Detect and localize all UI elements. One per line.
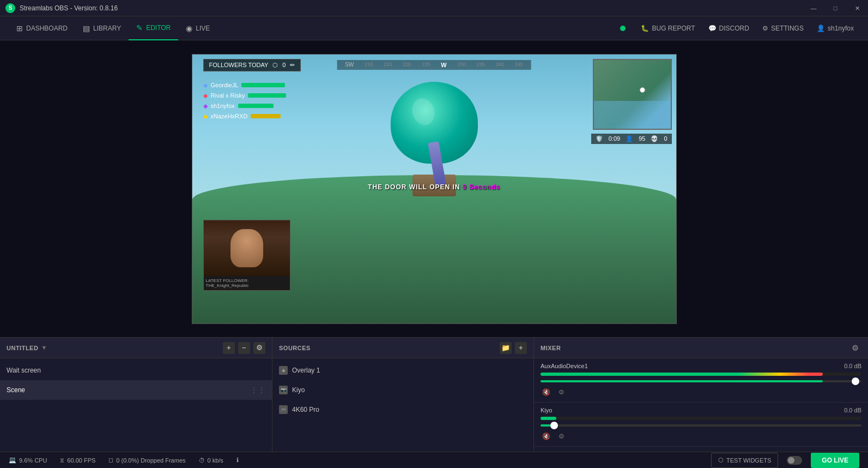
mixer-title: MIXER <box>541 345 561 351</box>
aux-slider-track[interactable] <box>541 380 861 382</box>
bug-report-button[interactable]: 🐛 BUG REPORT <box>635 16 700 40</box>
webcam-overlay: LATEST FOLLOWER: THE_Knight_Republic <box>203 220 290 291</box>
edit-icon: ✏ <box>290 62 295 69</box>
drag-handle-icon: ⋮⋮ <box>250 386 265 394</box>
lb-bullet-1: ◆ <box>203 82 208 89</box>
sources-title: SOURCES <box>279 345 311 351</box>
webcam-video <box>204 220 290 276</box>
followers-count: 0 <box>282 62 286 68</box>
source-name-overlay: Overlay 1 <box>292 367 320 374</box>
close-button[interactable]: ✕ <box>846 0 868 16</box>
kiyo-slider-track[interactable] <box>541 424 861 427</box>
aux-slider-thumb[interactable] <box>852 377 859 385</box>
lb-bar-1 <box>241 83 285 87</box>
sources-add-button[interactable]: + <box>515 342 527 354</box>
user-profile[interactable]: 👤 sh1nyfox <box>811 16 859 40</box>
compass-225: 225 <box>422 62 430 68</box>
cpu-value: 9.6% CPU <box>19 457 47 464</box>
aux-controls: 🔇 ⚙ <box>541 387 861 398</box>
balloon-glare <box>408 95 438 128</box>
dropped-frames-value: 0 (0.0%) Dropped Frames <box>116 457 185 464</box>
bug-report-label: BUG REPORT <box>652 25 695 32</box>
settings-button[interactable]: ⚙ SETTINGS <box>757 16 809 40</box>
test-widgets-button[interactable]: ⬡ TEST WIDGETS <box>711 453 778 468</box>
nav-live[interactable]: ◉ LIVE <box>178 16 217 40</box>
test-widgets-label: TEST WIDGETS <box>726 457 771 464</box>
scenes-panel-header: UNTITLED ▾ + − ⚙ <box>0 338 272 358</box>
go-live-button[interactable]: GO LIVE <box>811 453 859 468</box>
door-timer: 9 Seconds <box>463 183 500 191</box>
webcam-follower-label: LATEST FOLLOWER: THE_Knight_Republic <box>206 278 288 288</box>
source-item-4k60[interactable]: 🎮 4K60 Pro <box>272 400 533 419</box>
live-toggle[interactable] <box>787 456 802 465</box>
statusbar: 💻 9.6% CPU ⧖ 60.00 FPS ◻ 0 (0.0%) Droppe… <box>0 452 868 468</box>
leaderboard: ◆ GeordieJL ◆ Rival x Risky ◆ sh1nyfox ◆… <box>203 82 287 120</box>
cpu-status: 💻 9.6% CPU <box>9 457 47 464</box>
sources-panel-header: SOURCES 📁 + <box>272 338 533 358</box>
aux-slider-fill <box>541 380 823 382</box>
kiyo-config-button[interactable]: ⚙ <box>556 431 567 442</box>
info-button[interactable]: ℹ <box>236 457 239 464</box>
scene-item-waitscreen[interactable]: Wait screen <box>0 361 272 380</box>
sources-folder-button[interactable]: 📁 <box>500 342 512 354</box>
titlebar: S Streamlabs OBS - Version: 0.8.16 — □ ✕ <box>0 0 868 16</box>
camera-icon: 📷 <box>279 386 288 394</box>
minimize-button[interactable]: — <box>803 0 824 16</box>
live-label: LIVE <box>196 25 210 32</box>
game-preview[interactable]: FOLLOWERS TODAY ⬡ 0 ✏ ◆ GeordieJL ◆ Riva… <box>192 54 677 324</box>
list-item: ◆ sh1nyfox <box>203 103 287 110</box>
source-name-4k60: 4K60 Pro <box>292 406 319 413</box>
fps-value: 60.00 FPS <box>67 457 95 464</box>
maximize-button[interactable]: □ <box>824 0 846 16</box>
overlay-icon: ◈ <box>279 366 288 375</box>
scenes-remove-button[interactable]: − <box>238 342 250 354</box>
info-icon: ℹ <box>236 457 239 464</box>
window-controls: — □ ✕ <box>803 0 868 16</box>
lb-name-4: xNazeHxRXD <box>211 113 248 119</box>
game-stats: 🛡️ 0:09 👤 95 💀 0 <box>591 134 672 144</box>
navbar: ⊞ DASHBOARD ▤ LIBRARY ✎ EDITOR ◉ LIVE 🐛 … <box>0 16 868 40</box>
settings-label: SETTINGS <box>771 25 804 32</box>
kiyo-controls: 🔇 ⚙ <box>541 431 861 442</box>
scenes-title: UNTITLED <box>7 345 38 351</box>
library-label: LIBRARY <box>93 25 121 32</box>
live-status[interactable] <box>615 16 633 40</box>
fps-status: ⧖ 60.00 FPS <box>60 457 95 464</box>
bug-icon: 🐛 <box>641 25 649 32</box>
aux-mute-button[interactable]: 🔇 <box>541 387 551 398</box>
kiyo-mute-button[interactable]: 🔇 <box>541 431 551 442</box>
mixer-channel-name-kiyo: Kiyo <box>541 407 844 413</box>
bandwidth-icon: ⏱ <box>199 457 205 464</box>
capture-icon: 🎮 <box>279 405 288 414</box>
source-item-kiyo[interactable]: 📷 Kiyo <box>272 380 533 400</box>
nav-editor[interactable]: ✎ EDITOR <box>129 16 178 40</box>
lb-bullet-4: ◆ <box>203 113 208 120</box>
go-live-label: GO LIVE <box>822 457 848 464</box>
kiyo-slider-thumb[interactable] <box>550 422 558 429</box>
mixer-channel-header-kiyo: Kiyo 0.0 dB <box>541 407 861 413</box>
nav-dashboard[interactable]: ⊞ DASHBOARD <box>9 16 75 40</box>
sources-header-actions: 📁 + <box>500 342 527 354</box>
mini-map <box>593 59 672 130</box>
cpu-icon: 💻 <box>9 457 16 464</box>
discord-button[interactable]: 💬 DISCORD <box>703 16 755 40</box>
balloon <box>391 82 478 196</box>
mixer-header-actions: ⚙ <box>849 342 861 354</box>
lb-bar-4 <box>251 114 281 118</box>
dashboard-icon: ⊞ <box>16 24 23 33</box>
toggle-thumb <box>788 457 794 464</box>
compass-220: 220 <box>403 62 411 68</box>
bottom-panels: UNTITLED ▾ + − ⚙ Wait screen Scene ⋮⋮ <box>0 337 868 452</box>
scenes-settings-button[interactable]: ⚙ <box>253 342 265 354</box>
dropped-frames-status: ◻ 0 (0.0%) Dropped Frames <box>108 457 185 464</box>
main-area: FOLLOWERS TODAY ⬡ 0 ✏ ◆ GeordieJL ◆ Riva… <box>0 40 868 468</box>
aux-config-button[interactable]: ⚙ <box>556 387 567 398</box>
nav-library[interactable]: ▤ LIBRARY <box>75 16 129 40</box>
mixer-panel-header: MIXER ⚙ <box>534 338 868 358</box>
source-item-overlay[interactable]: ◈ Overlay 1 <box>272 361 533 380</box>
bandwidth-value: 0 kb/s <box>208 457 223 464</box>
app-icon: S <box>5 3 15 13</box>
mixer-settings-button[interactable]: ⚙ <box>849 342 861 354</box>
scene-item-scene[interactable]: Scene ⋮⋮ <box>0 380 272 400</box>
scenes-add-button[interactable]: + <box>223 342 235 354</box>
